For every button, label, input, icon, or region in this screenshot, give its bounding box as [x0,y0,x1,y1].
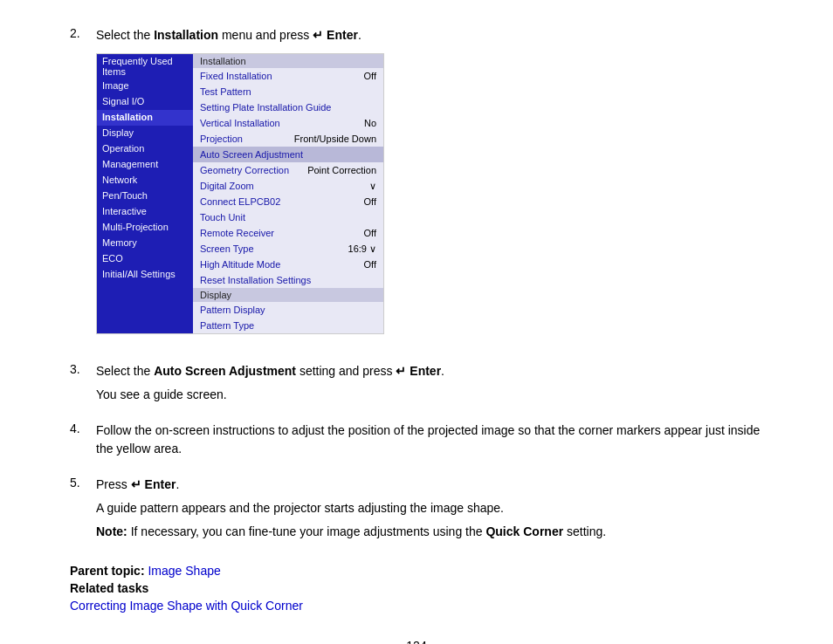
menu-section-installation: Installation [193,54,383,68]
menu-screenshot: Frequently Used Items Image Signal I/O I… [96,53,384,334]
step-2-text: Select the Installation menu and press ↵… [96,26,763,45]
step-2-text-before: Select the [96,28,154,42]
menu-item-management: Management [97,157,193,173]
step-3-subtext: You see a guide screen. [96,386,763,404]
related-tasks-label: Related tasks [70,581,763,595]
content-area: 2. Select the Installation menu and pres… [70,26,763,644]
step-5-number: 5. [70,476,96,490]
menu-digital-zoom: Digital Zoom ∨ [193,178,383,194]
menu-high-altitude: High Altitude Mode Off [193,257,383,272]
menu-section-display: Display [193,288,383,302]
page-number: 124 [70,639,763,644]
step-3: 3. Select the Auto Screen Adjustment set… [70,362,763,409]
menu-auto-screen: Auto Screen Adjustment [193,147,383,162]
menu-item-initial: Initial/All Settings [97,267,193,283]
menu-item-multiprojection: Multi-Projection [97,220,193,236]
parent-topic: Parent topic: Image Shape [70,564,763,578]
step-2-text-after: menu and press [218,28,313,42]
menu-item-network: Network [97,173,193,188]
menu-left-panel: Frequently Used Items Image Signal I/O I… [97,54,193,333]
menu-item-pentouch: Pen/Touch [97,188,193,204]
menu-item-image: Image [97,79,193,94]
step-5-content: Press ↵ Enter. A guide pattern appears a… [96,476,763,546]
step-4: 4. Follow the on-screen instructions to … [70,421,763,463]
menu-item-eco: ECO [97,251,193,267]
menu-item-display: Display [97,126,193,141]
menu-geometry-correction: Geometry Correction Point Correction [193,162,383,178]
menu-pattern-type: Pattern Type [193,318,383,333]
menu-test-pattern: Test Pattern [193,84,383,99]
step-3-enter: ↵ Enter [396,364,441,378]
menu-setting-plate: Setting Plate Installation Guide [193,99,383,115]
step-4-text: Follow the on-screen instructions to adj… [96,421,763,458]
parent-topic-link[interactable]: Image Shape [148,564,220,578]
step-3-content: Select the Auto Screen Adjustment settin… [96,362,763,409]
menu-item-memory: Memory [97,236,193,251]
related-tasks-heading: Related tasks [70,581,148,595]
step-3-text: Select the Auto Screen Adjustment settin… [96,362,763,380]
related-tasks-link[interactable]: Correcting Image Shape with Quick Corner [70,599,303,613]
menu-item-operation: Operation [97,141,193,157]
step-2-enter: ↵ Enter [313,28,358,42]
step-2-number: 2. [70,26,96,40]
step-3-bold: Auto Screen Adjustment [154,364,296,378]
menu-connect-elpcb02: Connect ELPCB02 Off [193,194,383,209]
step-2-bold: Installation [154,28,218,42]
menu-item-installation: Installation [97,110,193,126]
menu-reset-installation: Reset Installation Settings [193,272,383,288]
step-3-number: 3. [70,362,96,376]
note-text: Note: If necessary, you can fine-tune yo… [96,523,763,541]
step-5-text: Press ↵ Enter. [96,476,763,494]
menu-item-interactive: Interactive [97,204,193,220]
menu-vertical-installation: Vertical Installation No [193,115,383,131]
menu-touch-unit: Touch Unit [193,209,383,225]
step-5-subtext: A guide pattern appears and the projecto… [96,499,763,517]
menu-remote-receiver: Remote Receiver Off [193,225,383,241]
note-bold: Quick Corner [485,524,563,538]
menu-pattern-display: Pattern Display [193,302,383,318]
menu-item-frequently-used: Frequently Used Items [97,54,193,79]
menu-right-panel: Installation Fixed Installation Off Test… [193,54,383,333]
parent-topic-label: Parent topic: [70,564,145,578]
step-5-enter: ↵ Enter [131,477,176,491]
step-2-content: Select the Installation menu and press ↵… [96,26,763,350]
related-tasks-link-container: Correcting Image Shape with Quick Corner [70,599,763,613]
menu-screen-type: Screen Type 16:9 ∨ [193,241,383,257]
step-2: 2. Select the Installation menu and pres… [70,26,763,350]
menu-fixed-installation: Fixed Installation Off [193,68,383,84]
menu-item-signal-io: Signal I/O [97,94,193,110]
step-4-number: 4. [70,421,96,435]
note-label: Note: [96,524,127,538]
step-4-content: Follow the on-screen instructions to adj… [96,421,763,463]
menu-projection: Projection Front/Upside Down [193,131,383,147]
step-5: 5. Press ↵ Enter. A guide pattern appear… [70,476,763,546]
